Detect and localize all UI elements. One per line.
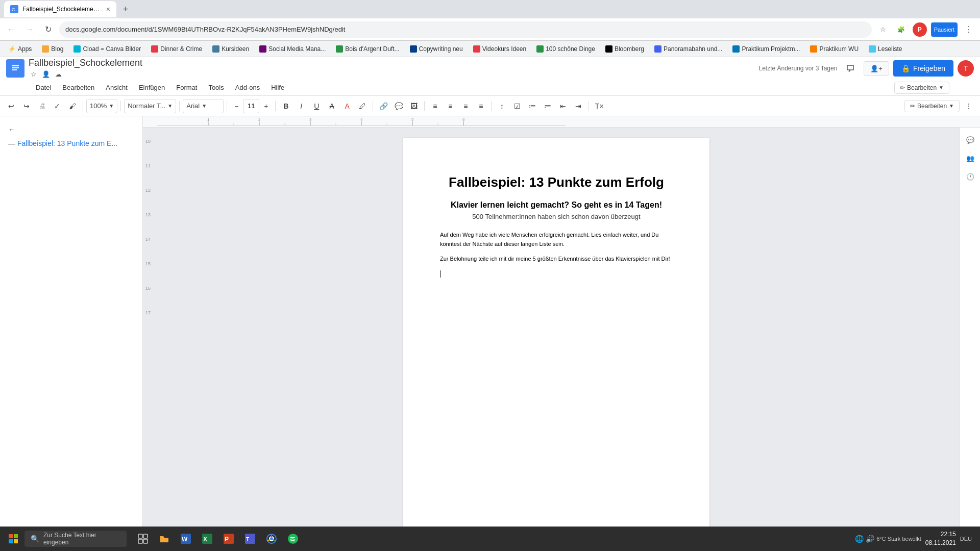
checklist-button[interactable]: ☑: [510, 99, 524, 113]
bookmark-cload[interactable]: Cload = Canva Bilder: [69, 44, 145, 54]
taskbar-search-box[interactable]: 🔍 Zur Suche Text hier eingeben: [24, 531, 127, 547]
taskbar-task-view[interactable]: [133, 529, 153, 549]
align-left-button[interactable]: ≡: [428, 99, 442, 113]
user-avatar[interactable]: T: [958, 60, 974, 77]
bookmark-star-button[interactable]: ☆: [876, 22, 890, 37]
highlight-color-button[interactable]: 🖊: [355, 99, 370, 113]
bookmark-dinner[interactable]: Dinner & Crime: [147, 44, 206, 54]
font-select[interactable]: Arial ▼: [183, 99, 224, 113]
star-button[interactable]: ☆: [29, 69, 39, 80]
bookmark-favicon: [74, 45, 81, 53]
redo-button[interactable]: ↪: [19, 99, 34, 113]
bookmark-bois[interactable]: Bois d'Argent Duft...: [332, 44, 403, 54]
reload-button[interactable]: ↻: [41, 22, 55, 37]
editing-mode-toolbar-badge[interactable]: ✏ Bearbeiten ▼: [904, 100, 960, 112]
sidebar-back-button[interactable]: ←: [0, 122, 142, 136]
docs-logo[interactable]: [6, 59, 24, 78]
active-tab[interactable]: G Fallbeispiel_Schockelement - Go... ×: [4, 1, 116, 17]
bookmark-leseliste[interactable]: Leseliste: [865, 44, 906, 54]
cloud-saved-button[interactable]: ☁: [53, 69, 63, 80]
text-color-button[interactable]: A: [340, 99, 354, 113]
increase-indent-button[interactable]: ⇥: [571, 99, 585, 113]
menu-datei[interactable]: Datei: [31, 82, 56, 93]
print-button[interactable]: 🖨: [35, 99, 49, 113]
menu-ansicht[interactable]: Ansicht: [101, 82, 133, 93]
decrease-font-size-button[interactable]: −: [230, 99, 242, 113]
paint-format-button[interactable]: 🖌: [65, 99, 80, 113]
line-spacing-button[interactable]: ↕: [495, 99, 509, 113]
clear-formatting-button[interactable]: T×: [592, 99, 606, 113]
address-input[interactable]: docs.google.com/document/d/1SWM69Bt4UThR…: [59, 21, 872, 38]
taskbar-spotify[interactable]: [283, 529, 303, 549]
menu-tools[interactable]: Tools: [203, 82, 229, 93]
bookmark-panoramabahn[interactable]: Panoramabahn und...: [650, 44, 726, 54]
menu-button[interactable]: ⋮: [962, 22, 976, 37]
extension-button[interactable]: 🧩: [894, 22, 909, 37]
menu-bearbeiten[interactable]: Bearbeiten: [57, 82, 100, 93]
italic-button[interactable]: I: [294, 99, 308, 113]
tab-favicon: G: [10, 5, 18, 13]
taskbar-chrome[interactable]: [261, 529, 282, 549]
right-panel-chat-button[interactable]: 💬: [962, 132, 978, 148]
menu-format[interactable]: Format: [171, 82, 202, 93]
zoom-select[interactable]: 100% ▼: [86, 99, 117, 113]
bookmark-blog[interactable]: Blog: [38, 44, 67, 54]
strikethrough-button[interactable]: A: [325, 99, 339, 113]
doc-page[interactable]: Fallbeispiel: 13 Punkte zum Erfolg Klavi…: [403, 138, 709, 546]
tab-close-button[interactable]: ×: [106, 5, 110, 13]
insert-comment-button[interactable]: 💬: [391, 99, 406, 113]
taskbar-excel[interactable]: X: [197, 529, 217, 549]
right-panel-share-button[interactable]: 👥: [962, 150, 978, 166]
bold-button[interactable]: B: [279, 99, 293, 113]
system-clock[interactable]: 22:15 08.11.2021: [925, 530, 956, 547]
pause-button[interactable]: Pausiert: [931, 22, 958, 37]
back-button[interactable]: ←: [4, 22, 18, 37]
bookmark-videokurs[interactable]: Videokurs Ideen: [469, 44, 531, 54]
more-options-button[interactable]: ⋮: [962, 99, 976, 113]
forward-button[interactable]: →: [22, 22, 37, 37]
align-justify-button[interactable]: ≡: [474, 99, 488, 113]
menu-addons[interactable]: Add-ons: [230, 82, 265, 93]
bookmark-praktikum-wu[interactable]: Praktikum WU: [806, 44, 863, 54]
insert-image-button[interactable]: 🖼: [407, 99, 421, 113]
new-tab-button[interactable]: +: [118, 2, 133, 16]
style-select[interactable]: Normaler T... ▼: [124, 99, 176, 113]
decrease-indent-button[interactable]: ⇤: [556, 99, 570, 113]
right-panel-history-button[interactable]: 🕐: [962, 168, 978, 185]
profile-button[interactable]: P: [913, 22, 927, 37]
bookmark-kursideen[interactable]: Kursideen: [208, 44, 253, 54]
bookmark-100-schone[interactable]: 100 schöne Dinge: [532, 44, 599, 54]
bookmark-apps[interactable]: ⚡ Apps: [4, 44, 36, 54]
add-person-button[interactable]: 👤+: [864, 61, 889, 76]
font-size-input[interactable]: 11: [243, 99, 259, 113]
increase-font-size-button[interactable]: +: [260, 99, 272, 113]
bookmark-bloomberg[interactable]: Bloomberg: [601, 44, 648, 54]
undo-button[interactable]: ↩: [4, 99, 18, 113]
start-button[interactable]: [4, 530, 22, 548]
align-center-button[interactable]: ≡: [443, 99, 457, 113]
doc-title[interactable]: Fallbeispiel_Schockelement: [29, 58, 754, 68]
numbered-list-button[interactable]: ≔: [541, 99, 555, 113]
menu-einfugen[interactable]: Einfügen: [134, 82, 170, 93]
taskbar-teams[interactable]: T: [240, 529, 260, 549]
bullet-list-button[interactable]: ≔: [525, 99, 540, 113]
bookmark-praktikum-projektm[interactable]: Praktikum Projektm...: [728, 44, 804, 54]
editing-mode-badge[interactable]: ✏ Bearbeiten ▼: [894, 82, 949, 94]
underline-button[interactable]: U: [309, 99, 324, 113]
comments-button[interactable]: [841, 59, 860, 78]
outline-heading1-item[interactable]: — Fallbeispiel: 13 Punkte zum E...: [0, 136, 142, 151]
taskbar-file-explorer[interactable]: [154, 529, 175, 549]
insert-link-button[interactable]: 🔗: [376, 99, 390, 113]
volume-icon[interactable]: 🔊: [866, 535, 874, 543]
bookmark-social-media[interactable]: Social Media Mana...: [255, 44, 330, 54]
taskbar-powerpoint[interactable]: P: [218, 529, 239, 549]
share-button[interactable]: 🔒 Freigeben: [893, 60, 953, 77]
align-right-button[interactable]: ≡: [458, 99, 473, 113]
move-to-folder-button[interactable]: 👤: [41, 69, 51, 80]
doc-canvas-area[interactable]: Fallbeispiel: 13 Punkte zum Erfolg Klavi…: [153, 128, 960, 551]
network-icon[interactable]: 🌐: [855, 535, 864, 543]
bookmark-copywriting[interactable]: Copywriting neu: [406, 44, 467, 54]
menu-hilfe[interactable]: Hilfe: [266, 82, 289, 93]
taskbar-word[interactable]: W: [176, 529, 196, 549]
spell-check-button[interactable]: ✓: [50, 99, 64, 113]
